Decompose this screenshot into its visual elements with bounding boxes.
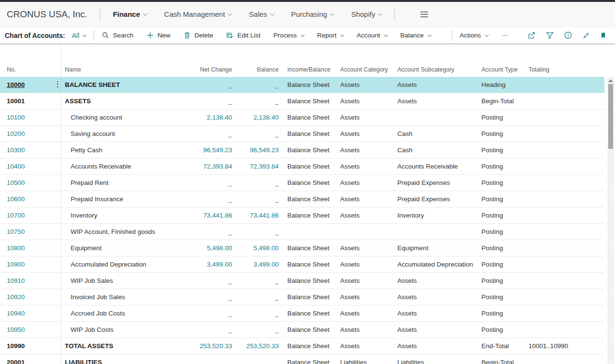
- hamburger-icon[interactable]: [420, 11, 429, 18]
- cell-income-balance[interactable]: Balance Sheet: [279, 195, 340, 203]
- cell-account-category[interactable]: Assets: [340, 163, 397, 170]
- edit-list-button[interactable]: Edit List: [226, 32, 260, 39]
- cell-income-balance[interactable]: Balance Sheet: [279, 359, 340, 364]
- cell-net-change[interactable]: 3,499.00: [197, 261, 232, 268]
- cell-account-type[interactable]: Posting: [481, 228, 529, 235]
- cell-name[interactable]: BALANCE SHEET: [65, 81, 197, 88]
- cell-name[interactable]: WIP Account, Finished goods: [65, 228, 197, 235]
- cell-balance[interactable]: 73,441.86: [232, 212, 279, 219]
- kebab-menu-icon[interactable]: [57, 81, 59, 89]
- account-no-link[interactable]: 10001: [7, 97, 25, 105]
- table-row[interactable]: 10990TOTAL ASSETS253,520.33253,520.33Bal…: [0, 338, 604, 354]
- cell-balance[interactable]: _: [232, 130, 279, 137]
- cell-balance[interactable]: _: [232, 310, 279, 317]
- cell-no[interactable]: 10750: [0, 228, 50, 235]
- actions-button[interactable]: Actions: [460, 32, 488, 39]
- column-header-subcategory[interactable]: Account Subcategory: [397, 66, 481, 73]
- table-row[interactable]: 10100Checking account2,138.402,138.40Bal…: [0, 109, 604, 126]
- nav-item-purchasing[interactable]: Purchasing: [291, 10, 334, 18]
- cell-name[interactable]: Accumulated Depreciation: [65, 261, 197, 268]
- view-filter-all[interactable]: All: [72, 32, 86, 39]
- cell-net-change[interactable]: 72,393.84: [197, 163, 232, 170]
- cell-income-balance[interactable]: Balance Sheet: [279, 179, 340, 186]
- scroll-up-button[interactable]: [607, 78, 614, 83]
- nav-item-shopify[interactable]: Shopify: [351, 10, 382, 18]
- cell-no[interactable]: 10950: [0, 326, 50, 333]
- column-header-income_balance[interactable]: Income/Balance: [279, 66, 340, 73]
- cell-account-subcategory[interactable]: Cash: [397, 146, 481, 154]
- cell-income-balance[interactable]: Balance Sheet: [279, 212, 340, 219]
- nav-item-finance[interactable]: Finance: [113, 10, 147, 18]
- vertical-scrollbar[interactable]: [607, 77, 614, 364]
- cell-account-type[interactable]: Posting: [481, 114, 529, 121]
- table-row[interactable]: 10750WIP Account, Finished goods__Postin…: [0, 224, 604, 240]
- cell-account-type[interactable]: Posting: [481, 146, 529, 154]
- cell-name[interactable]: Saving account: [65, 130, 197, 137]
- account-no-link[interactable]: 10950: [7, 326, 25, 333]
- cell-balance[interactable]: 253,520.33: [232, 342, 279, 350]
- cell-net-change[interactable]: 96,549.23: [197, 146, 232, 154]
- cell-income-balance[interactable]: Balance Sheet: [279, 97, 340, 105]
- cell-account-type[interactable]: Posting: [481, 326, 529, 333]
- account-button[interactable]: Account: [357, 32, 387, 39]
- cell-account-category[interactable]: Assets: [340, 195, 397, 203]
- cell-net-change[interactable]: _: [197, 130, 232, 137]
- cell-account-category[interactable]: Assets: [340, 97, 397, 105]
- cell-balance[interactable]: _: [232, 277, 279, 284]
- cell-name[interactable]: TOTAL ASSETS: [65, 342, 197, 350]
- cell-net-change[interactable]: _: [197, 81, 232, 88]
- cell-income-balance[interactable]: Balance Sheet: [279, 114, 340, 121]
- cell-income-balance[interactable]: Balance Sheet: [279, 326, 340, 333]
- cell-balance[interactable]: 72,393.84: [232, 163, 279, 170]
- cell-account-type[interactable]: Posting: [481, 212, 529, 219]
- search-button[interactable]: Search: [102, 32, 134, 39]
- cell-no[interactable]: 10910: [0, 277, 50, 284]
- cell-account-subcategory[interactable]: Assets: [397, 326, 481, 333]
- account-no-link[interactable]: 10750: [7, 228, 25, 235]
- cell-account-category[interactable]: Assets: [340, 342, 397, 350]
- delete-button[interactable]: Delete: [184, 32, 213, 39]
- cell-net-change[interactable]: _: [197, 179, 232, 186]
- share-icon[interactable]: [528, 31, 536, 39]
- cell-name[interactable]: WIP Job Costs: [65, 326, 197, 333]
- cell-net-change[interactable]: 2,138.40: [197, 114, 232, 121]
- column-header-totaling[interactable]: Totaling: [529, 66, 604, 73]
- cell-name[interactable]: Equipment: [65, 244, 197, 252]
- table-row[interactable]: 10600Prepaid Insurance__Balance SheetAss…: [0, 191, 604, 207]
- cell-balance[interactable]: _: [232, 195, 279, 203]
- cell-net-change[interactable]: 253,520.33: [197, 342, 232, 350]
- cell-account-type[interactable]: Posting: [481, 179, 529, 186]
- cell-name[interactable]: Accrued Job Costs: [65, 310, 197, 317]
- table-row[interactable]: 10200Saving account__Balance SheetAssets…: [0, 126, 604, 142]
- cell-name[interactable]: Prepaid Rent: [65, 179, 197, 186]
- cell-net-change[interactable]: _: [197, 326, 232, 333]
- column-header-type[interactable]: Account Type: [481, 66, 529, 73]
- cell-account-type[interactable]: Posting: [481, 163, 529, 170]
- cell-account-type[interactable]: Posting: [481, 293, 529, 301]
- table-row[interactable]: 10800Equipment5,498.005,498.00Balance Sh…: [0, 240, 604, 256]
- column-header-name[interactable]: Name: [65, 66, 197, 73]
- cell-account-subcategory[interactable]: Assets: [397, 81, 481, 88]
- account-no-link[interactable]: 10910: [7, 277, 25, 284]
- cell-no[interactable]: 10200: [0, 130, 50, 137]
- cell-account-subcategory[interactable]: Cash: [397, 130, 481, 137]
- cell-account-subcategory[interactable]: Prepaid Expenses: [397, 195, 481, 203]
- cell-account-subcategory[interactable]: Inventory: [397, 212, 481, 219]
- cell-income-balance[interactable]: Balance Sheet: [279, 81, 340, 88]
- cell-income-balance[interactable]: Balance Sheet: [279, 310, 340, 317]
- column-header-no[interactable]: No.: [0, 66, 50, 73]
- cell-no[interactable]: 20001: [0, 359, 50, 364]
- cell-income-balance[interactable]: Balance Sheet: [279, 261, 340, 268]
- cell-row-menu[interactable]: [50, 81, 65, 89]
- cell-name[interactable]: ASSETS: [65, 97, 197, 105]
- cell-balance[interactable]: 5,498.00: [232, 244, 279, 252]
- cell-net-change[interactable]: 5,498.00: [197, 244, 232, 252]
- cell-income-balance[interactable]: Balance Sheet: [279, 277, 340, 284]
- cell-account-type[interactable]: Posting: [481, 310, 529, 317]
- bookmark-icon[interactable]: [600, 32, 606, 39]
- cell-income-balance[interactable]: Balance Sheet: [279, 130, 340, 137]
- account-no-link[interactable]: 10400: [7, 163, 25, 170]
- table-row[interactable]: 10920Invoiced Job Sales__Balance SheetAs…: [0, 289, 604, 305]
- cell-income-balance[interactable]: Balance Sheet: [279, 146, 340, 154]
- cell-account-subcategory[interactable]: Assets: [397, 310, 481, 317]
